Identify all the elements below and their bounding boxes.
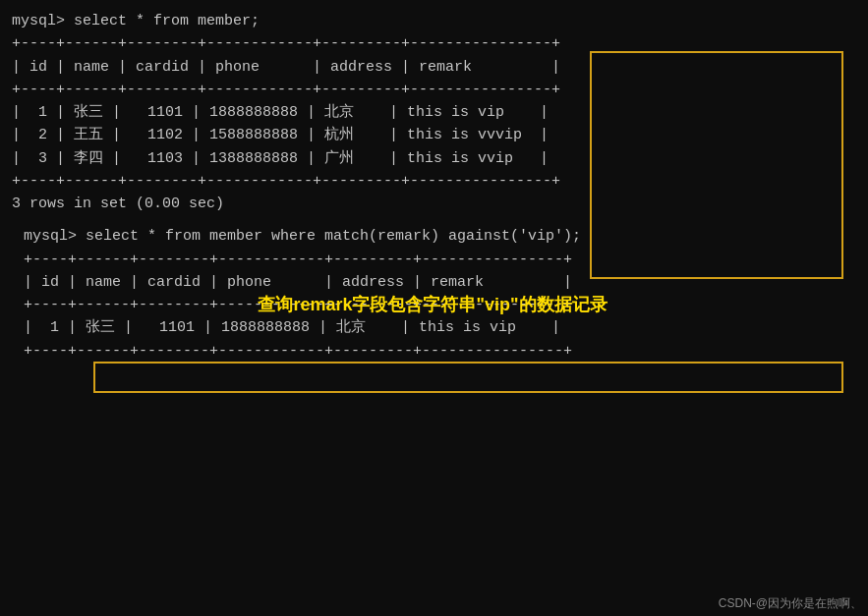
line-12: +----+------+--------+------------+-----… — [24, 249, 844, 271]
line-15: | 1 | 张三 | 1101 | 1888888888 | 北京 | this… — [24, 316, 844, 339]
line-8: +----+------+--------+------------+-----… — [12, 170, 856, 193]
line-1: mysql> select * from member; — [12, 10, 856, 32]
line-3: | id | name | cardid | phone | address |… — [12, 56, 856, 79]
line-5: | 1 | 张三 | 1101 | 1888888888 | 北京 | this… — [12, 101, 856, 124]
line-9: 3 rows in set (0.00 sec) — [12, 193, 856, 215]
terminal: mysql> select * from member; +----+-----… — [0, 0, 868, 225]
line-2: +----+------+--------+------------+-----… — [12, 32, 856, 55]
line-7: | 3 | 李四 | 1103 | 1388888888 | 广州 | this… — [12, 147, 856, 170]
line-11: mysql> select * from member where match(… — [24, 225, 844, 248]
line-6: | 2 | 王五 | 1102 | 1588888888 | 杭州 | this… — [12, 124, 856, 146]
line-13: | id | name | cardid | phone | address |… — [24, 271, 844, 294]
line-4: +----+------+--------+------------+-----… — [12, 79, 856, 101]
annotation-text: 查询remark字段包含字符串"vip"的数据记录 — [138, 293, 727, 316]
watermark: CSDN-@因为你是在煦啊、 — [719, 595, 862, 612]
line-16: +----+------+--------+------------+-----… — [24, 340, 844, 363]
